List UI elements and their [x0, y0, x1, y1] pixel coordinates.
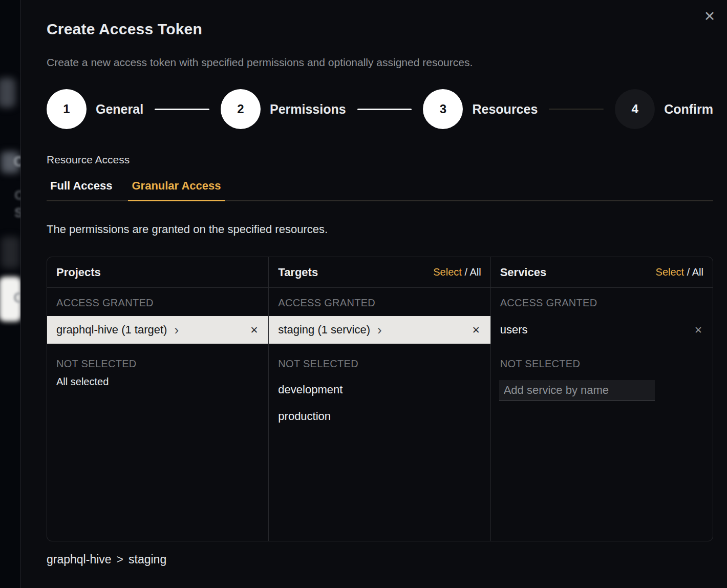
- column-title: Targets: [278, 266, 318, 279]
- projects-column: Projects ACCESS GRANTED graphql-hive (1 …: [47, 257, 269, 541]
- step-confirm[interactable]: 4 Confirm: [615, 89, 713, 129]
- step-connector: [357, 109, 412, 110]
- not-selected-label: NOT SELECTED: [56, 358, 259, 370]
- remove-service-icon[interactable]: ✕: [692, 322, 704, 338]
- projects-column-header: Projects: [47, 257, 268, 288]
- select-all-separator: /: [462, 266, 470, 278]
- granted-target-name: staging (1 service): [278, 323, 370, 337]
- add-service-input[interactable]: [499, 380, 655, 401]
- blurred-background-text: C: [13, 153, 20, 170]
- blurred-background-text: C: [13, 289, 20, 306]
- not-selected-label: NOT SELECTED: [278, 358, 481, 370]
- target-options: development production: [269, 376, 490, 430]
- create-access-token-dialog: ✕ Create Access Token Create a new acces…: [20, 0, 727, 588]
- granted-target-row[interactable]: staging (1 service) › ✕: [269, 316, 490, 344]
- chevron-right-icon: ›: [377, 323, 382, 337]
- step-resources[interactable]: 3 Resources: [423, 89, 538, 129]
- services-column: Services Select / All ACCESS GRANTED use…: [491, 257, 713, 541]
- targets-select-all: Select / All: [433, 266, 481, 278]
- dialog-title: Create Access Token: [47, 20, 713, 38]
- step-general[interactable]: 1 General: [47, 89, 143, 129]
- step-connector: [549, 109, 604, 110]
- blurred-background-text: C: [14, 187, 20, 203]
- breadcrumb-project: graphql-hive: [47, 553, 112, 566]
- close-icon[interactable]: ✕: [700, 7, 719, 26]
- breadcrumb: graphql-hive > staging: [47, 553, 713, 566]
- background-page: C C S C: [0, 0, 20, 588]
- dialog-subtitle: Create a new access token with specified…: [47, 56, 713, 69]
- resource-access-heading: Resource Access: [47, 154, 713, 166]
- wizard-stepper: 1 General 2 Permissions 3 Resources 4 Co…: [47, 89, 713, 129]
- granted-project-row[interactable]: graphql-hive (1 target) › ✕: [47, 316, 268, 344]
- granted-service-row[interactable]: users ✕: [491, 316, 713, 344]
- step-label: General: [96, 102, 143, 117]
- step-connector: [155, 109, 209, 110]
- step-label: Permissions: [270, 102, 346, 117]
- resource-selection-table: Projects ACCESS GRANTED graphql-hive (1 …: [47, 257, 713, 541]
- access-mode-tabs: Full Access Granular Access: [47, 179, 713, 201]
- granted-project-name: graphql-hive (1 target): [56, 323, 167, 337]
- all-link[interactable]: All: [692, 266, 703, 278]
- step-number-badge: 2: [221, 89, 261, 129]
- step-number-badge: 4: [615, 89, 655, 129]
- blurred-background-text: S: [14, 205, 20, 221]
- select-all-separator: /: [684, 266, 692, 278]
- breadcrumb-target: staging: [129, 553, 166, 566]
- step-label: Resources: [472, 102, 538, 117]
- access-granted-label: ACCESS GRANTED: [500, 297, 703, 309]
- all-selected-note: All selected: [56, 376, 259, 388]
- services-column-header: Services Select / All: [491, 257, 713, 288]
- blurred-background-shape: [1, 237, 19, 268]
- not-selected-label: NOT SELECTED: [500, 358, 703, 370]
- target-option-production[interactable]: production: [269, 403, 490, 430]
- step-permissions[interactable]: 2 Permissions: [221, 89, 346, 129]
- column-title: Services: [500, 266, 547, 279]
- remove-project-icon[interactable]: ✕: [248, 322, 260, 338]
- targets-column: Targets Select / All ACCESS GRANTED stag…: [269, 257, 490, 541]
- granted-service-name: users: [500, 323, 528, 337]
- tab-granular-access[interactable]: Granular Access: [128, 179, 224, 201]
- all-link[interactable]: All: [469, 266, 481, 278]
- blurred-background-shape: [0, 78, 15, 108]
- remove-target-icon[interactable]: ✕: [470, 322, 482, 338]
- tab-full-access[interactable]: Full Access: [47, 179, 116, 201]
- step-label: Confirm: [664, 102, 713, 117]
- access-granted-label: ACCESS GRANTED: [56, 297, 259, 309]
- breadcrumb-separator: >: [117, 553, 123, 566]
- services-select-all: Select / All: [656, 266, 703, 278]
- step-number-badge: 1: [47, 89, 87, 129]
- target-option-development[interactable]: development: [269, 376, 490, 403]
- access-granted-label: ACCESS GRANTED: [278, 297, 481, 309]
- targets-column-header: Targets Select / All: [269, 257, 490, 288]
- step-number-badge: 3: [423, 89, 463, 129]
- column-title: Projects: [56, 266, 101, 279]
- select-link[interactable]: Select: [656, 266, 685, 278]
- chevron-right-icon: ›: [174, 323, 179, 337]
- select-link[interactable]: Select: [433, 266, 462, 278]
- granular-access-description: The permissions are granted on the speci…: [47, 223, 713, 236]
